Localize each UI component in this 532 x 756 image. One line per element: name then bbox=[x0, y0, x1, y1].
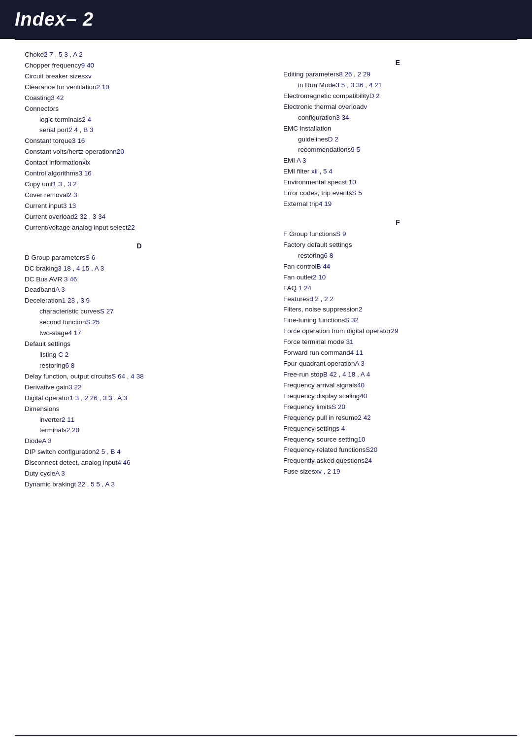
entry-editing-params: Editing parameters8 26 , 2 29 bbox=[283, 69, 512, 80]
entry-d-group: D Group parametersS 6 bbox=[25, 253, 254, 263]
entry-fuse-sizes: Fuse sizesxv , 2 19 bbox=[283, 467, 512, 477]
entry-filters-noise: Filters, noise suppression2 bbox=[283, 305, 512, 315]
left-column: Choke2 7 , 5 3 , A 2 Chopper frequency9 … bbox=[25, 50, 273, 490]
entry-freq-setting: Frequency settings 4 bbox=[283, 424, 512, 434]
entry-environmental-specs: Environmental specst 10 bbox=[283, 177, 512, 188]
entry-four-quadrant: Four-quadrant operationA 3 bbox=[283, 359, 512, 369]
entry-constant-vh: Constant volts/hertz operationn20 bbox=[25, 147, 254, 157]
entry-chopper-frequency: Chopper frequency9 40 bbox=[25, 61, 254, 71]
entry-emc-installation: EMC installation bbox=[283, 124, 512, 134]
entry-freq-arrival: Frequency arrival signals40 bbox=[283, 380, 512, 391]
entry-contact-info: Contact informationxix bbox=[25, 158, 254, 168]
entry-coasting: Coasting3 42 bbox=[25, 93, 254, 103]
section-f-header: F bbox=[283, 218, 512, 226]
page-title: Index– 2 bbox=[15, 9, 94, 30]
entry-dc-braking: DC braking3 18 , 4 15 , A 3 bbox=[25, 264, 254, 274]
entry-logic-terminals: logic terminals2 4 bbox=[25, 115, 254, 125]
entry-control-algorithms: Control algorithms3 16 bbox=[25, 169, 254, 179]
entry-force-terminal: Force terminal mode 31 bbox=[283, 337, 512, 347]
entry-f-group: F Group functionsS 9 bbox=[283, 229, 512, 240]
entry-listing: listing C 2 bbox=[25, 350, 254, 360]
entry-emc: Electromagnetic compatibilityD 2 bbox=[283, 91, 512, 102]
entry-copy-unit: Copy unit1 3 , 3 2 bbox=[25, 179, 254, 190]
page-header: Index– 2 bbox=[0, 0, 532, 39]
right-column: E Editing parameters8 26 , 2 29 in Run M… bbox=[273, 50, 512, 490]
entry-duty-cycle: Duty cycleA 3 bbox=[25, 469, 254, 479]
entry-freq-related: Frequency-related functionsS20 bbox=[283, 445, 512, 455]
entry-constant-torque: Constant torque3 16 bbox=[25, 136, 254, 146]
entry-emi: EMI A 3 bbox=[283, 156, 512, 166]
entry-freq-limits: Frequency limitsS 20 bbox=[283, 402, 512, 412]
entry-external-trip: External trip4 19 bbox=[283, 199, 512, 209]
entry-disconnect-detect: Disconnect detect, analog input4 46 bbox=[25, 458, 254, 468]
entry-second-function: second functionS 25 bbox=[25, 317, 254, 328]
entry-fan-control: Fan controlB 44 bbox=[283, 262, 512, 272]
entry-factory-default: Factory default settings bbox=[283, 240, 512, 250]
entry-serial-port: serial port2 4 , B 3 bbox=[25, 125, 254, 136]
entry-error-codes: Error codes, trip eventsS 5 bbox=[283, 188, 512, 199]
entry-derivative-gain: Derivative gain3 22 bbox=[25, 382, 254, 393]
entry-circuit-breaker: Circuit breaker sizesxv bbox=[25, 71, 254, 82]
entry-current-overload: Current overload2 32 , 3 34 bbox=[25, 212, 254, 222]
entry-in-run-mode: in Run Mode3 5 , 3 36 , 4 21 bbox=[283, 80, 512, 91]
entry-features: Featuresd 2 , 2 2 bbox=[283, 294, 512, 305]
entry-force-operation: Force operation from digital operator29 bbox=[283, 326, 512, 337]
page-container: Index– 2 Choke2 7 , 5 3 , A 2 Chopper fr… bbox=[0, 0, 532, 520]
entry-default-settings: Default settings bbox=[25, 339, 254, 349]
entry-delay-function: Delay function, output circuitsS 64 , 4 … bbox=[25, 372, 254, 382]
entry-two-stage: two-stage4 17 bbox=[25, 328, 254, 339]
entry-diode: DiodeA 3 bbox=[25, 436, 254, 447]
section-d-header: D bbox=[25, 242, 254, 250]
entry-freq-display: Frequency display scaling40 bbox=[283, 391, 512, 402]
entry-dynamic-braking: Dynamic brakingt 22 , 5 5 , A 3 bbox=[25, 480, 254, 490]
entry-current-input: Current input3 13 bbox=[25, 201, 254, 211]
entry-emi-filter: EMI filter xii , 5 4 bbox=[283, 167, 512, 177]
entry-deceleration: Deceleration1 23 , 3 9 bbox=[25, 296, 254, 306]
entry-free-run-stop: Free-run stopB 42 , 4 18 , A 4 bbox=[283, 370, 512, 380]
entry-current-voltage: Current/voltage analog input select22 bbox=[25, 223, 254, 233]
content-area: Choke2 7 , 5 3 , A 2 Chopper frequency9 … bbox=[0, 40, 532, 520]
entry-dimensions: Dimensions bbox=[25, 404, 254, 414]
entry-freq-pull-in: Frequency pull in resume2 42 bbox=[283, 413, 512, 423]
entry-cover-removal: Cover removal2 3 bbox=[25, 190, 254, 201]
entry-dc-bus-avr: DC Bus AVR 3 46 bbox=[25, 275, 254, 285]
entry-electronic-thermal: Electronic thermal overloadv bbox=[283, 102, 512, 112]
entry-recommendations: recommendations9 5 bbox=[283, 145, 512, 155]
entry-restoring-f: restoring6 8 bbox=[283, 251, 512, 261]
entry-configuration: configuration3 34 bbox=[283, 113, 512, 123]
entry-connectors: Connectors bbox=[25, 104, 254, 114]
entry-dip-switch: DIP switch configuration2 5 , B 4 bbox=[25, 447, 254, 457]
entry-faq: FAQ 1 24 bbox=[283, 283, 512, 294]
entry-inverter: inverter2 11 bbox=[25, 415, 254, 425]
entry-deadband: DeadbandA 3 bbox=[25, 285, 254, 295]
section-e-header: E bbox=[283, 59, 512, 67]
entry-freq-source: Frequency source setting10 bbox=[283, 435, 512, 445]
entry-clearance: Clearance for ventilation2 10 bbox=[25, 82, 254, 93]
entry-guidelines: guidelinesD 2 bbox=[283, 135, 512, 145]
entry-forward-run: Forward run command4 11 bbox=[283, 348, 512, 358]
entry-frequently-asked: Frequently asked questions24 bbox=[283, 456, 512, 466]
entry-digital-operator: Digital operator1 3 , 2 26 , 3 3 , A 3 bbox=[25, 393, 254, 404]
entry-restoring: restoring6 8 bbox=[25, 361, 254, 371]
entry-fine-tuning: Fine-tuning functionsS 32 bbox=[283, 315, 512, 326]
entry-fan-outlet: Fan outlet2 10 bbox=[283, 273, 512, 283]
entry-choke: Choke2 7 , 5 3 , A 2 bbox=[25, 50, 254, 60]
entry-terminals: terminals2 20 bbox=[25, 425, 254, 436]
bottom-rule bbox=[15, 735, 517, 736]
entry-characteristic-curves: characteristic curvesS 27 bbox=[25, 307, 254, 317]
